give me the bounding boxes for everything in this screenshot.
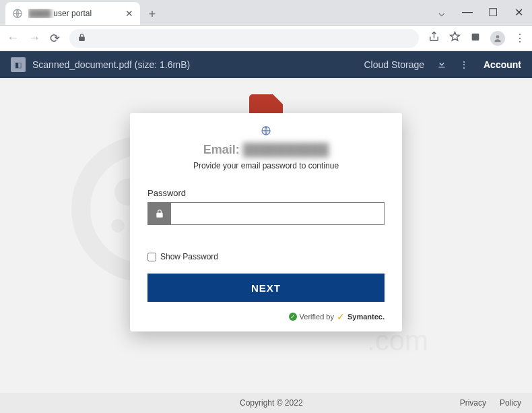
show-password-label: Show Password: [160, 252, 218, 261]
extensions-icon[interactable]: [470, 32, 481, 45]
document-icon: ◧: [11, 57, 26, 72]
next-button[interactable]: NEXT: [147, 274, 385, 302]
password-label: Password: [147, 188, 385, 198]
minimize-button[interactable]: —: [458, 4, 477, 20]
password-input-row: [147, 202, 385, 225]
download-icon[interactable]: [436, 59, 447, 71]
svg-point-2: [496, 35, 500, 38]
tab-title: ████ user portal: [28, 9, 120, 18]
password-input[interactable]: [171, 203, 384, 224]
policy-link[interactable]: Policy: [500, 398, 521, 408]
page-footer: Copyright © 2022 Privacy Policy: [0, 393, 532, 413]
symantec-check-icon: ✓: [337, 311, 345, 322]
lock-icon: [148, 203, 171, 224]
menu-icon[interactable]: ⋮: [514, 32, 525, 44]
symantec-brand: Symantec.: [347, 313, 385, 321]
share-icon[interactable]: [428, 31, 440, 45]
browser-toolbar: ← → ⟳ ⋮: [0, 26, 532, 51]
profile-icon[interactable]: [490, 31, 505, 46]
modal-subtitle: Provide your email password to continue: [147, 161, 385, 170]
login-modal: Email: ██████████ Provide your email pas…: [130, 113, 402, 331]
privacy-link[interactable]: Privacy: [460, 398, 486, 408]
verified-badge: ✓ Verified by ✓ Symantec.: [147, 311, 385, 322]
chevron-down-icon[interactable]: ⌵: [432, 4, 451, 20]
maximize-button[interactable]: ☐: [484, 4, 502, 20]
address-bar[interactable]: [69, 29, 419, 48]
more-icon[interactable]: ⋮: [459, 59, 469, 70]
page-content: risk .com Email: ██████████ Provide your…: [0, 78, 532, 393]
checkmark-icon: ✓: [289, 313, 297, 321]
back-button[interactable]: ←: [7, 31, 19, 45]
window-controls: ⌵ — ☐ ✕: [432, 4, 528, 20]
svg-point-6: [111, 219, 125, 232]
globe-icon: [147, 125, 385, 136]
page-header: ◧ Scanned_document.pdf (size: 1.6mB) Clo…: [0, 51, 532, 78]
email-heading: Email: ██████████: [147, 143, 385, 157]
show-password-toggle[interactable]: Show Password: [147, 252, 385, 261]
reload-button[interactable]: ⟳: [50, 31, 60, 46]
document-filename: Scanned_document.pdf (size: 1.6mB): [32, 59, 190, 70]
close-window-button[interactable]: ✕: [509, 4, 528, 20]
globe-icon: [12, 8, 23, 19]
close-icon[interactable]: ✕: [125, 8, 133, 19]
browser-tabstrip: ████ user portal ✕ + ⌵ — ☐ ✕: [0, 0, 532, 26]
copyright-text: Copyright © 2022: [240, 398, 303, 408]
forward-button: →: [28, 31, 40, 45]
browser-tab[interactable]: ████ user portal ✕: [5, 2, 140, 25]
bookmark-icon[interactable]: [449, 31, 461, 45]
account-link[interactable]: Account: [484, 59, 521, 70]
show-password-checkbox[interactable]: [147, 253, 156, 261]
lock-icon: [77, 32, 86, 44]
cloud-storage-link[interactable]: Cloud Storage: [364, 59, 424, 70]
new-tab-button[interactable]: +: [143, 5, 162, 24]
svg-rect-1: [472, 33, 479, 40]
